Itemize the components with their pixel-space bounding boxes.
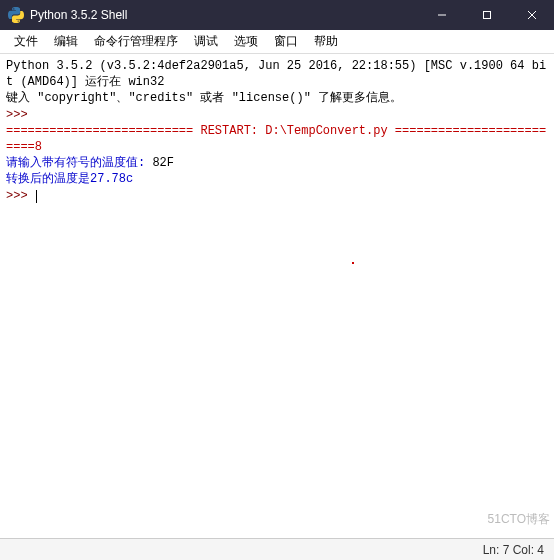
menu-window[interactable]: 窗口 <box>266 33 306 50</box>
python-icon <box>8 7 24 23</box>
minimize-button[interactable] <box>419 0 464 30</box>
restart-line: ========================== RESTART: D:\T… <box>6 124 546 154</box>
maximize-button[interactable] <box>464 0 509 30</box>
svg-rect-1 <box>483 12 490 19</box>
menu-edit[interactable]: 编辑 <box>46 33 86 50</box>
menu-bar: 文件 编辑 命令行管理程序 调试 选项 窗口 帮助 <box>0 30 554 54</box>
cursor-position: Ln: 7 Col: 4 <box>483 543 544 557</box>
output-line: 转换后的温度是27.78c <box>6 172 133 186</box>
text-cursor <box>36 190 37 203</box>
input-prompt-text: 请输入带有符号的温度值: <box>6 156 152 170</box>
menu-shell[interactable]: 命令行管理程序 <box>86 33 186 50</box>
banner-line-2: 键入 "copyright"、"credits" 或者 "license()" … <box>6 91 402 105</box>
red-dot-artifact <box>352 262 354 264</box>
user-input: 82F <box>152 156 174 170</box>
close-button[interactable] <box>509 0 554 30</box>
prompt-2: >>> <box>6 189 35 203</box>
title-bar: Python 3.5.2 Shell <box>0 0 554 30</box>
banner-line-1: Python 3.5.2 (v3.5.2:4def2a2901a5, Jun 2… <box>6 59 546 89</box>
menu-file[interactable]: 文件 <box>6 33 46 50</box>
terminal-area[interactable]: Python 3.5.2 (v3.5.2:4def2a2901a5, Jun 2… <box>0 54 554 538</box>
menu-help[interactable]: 帮助 <box>306 33 346 50</box>
menu-debug[interactable]: 调试 <box>186 33 226 50</box>
window-controls <box>419 0 554 30</box>
menu-options[interactable]: 选项 <box>226 33 266 50</box>
window-title: Python 3.5.2 Shell <box>30 8 419 22</box>
prompt-1: >>> <box>6 108 35 122</box>
status-bar: Ln: 7 Col: 4 <box>0 538 554 560</box>
